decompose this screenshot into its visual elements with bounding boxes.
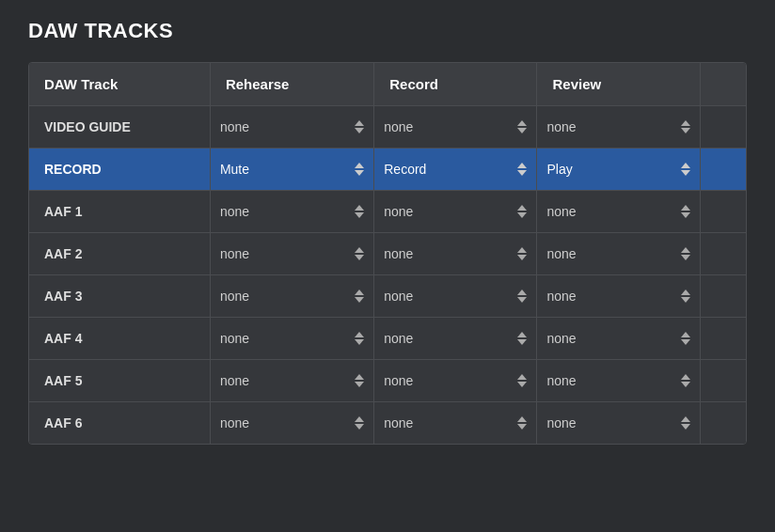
arrow-down-icon[interactable] — [681, 382, 690, 387]
record-spinner[interactable] — [517, 332, 527, 345]
arrow-down-icon[interactable] — [681, 297, 690, 303]
arrow-down-icon[interactable] — [355, 339, 364, 345]
record-cell[interactable]: none — [374, 275, 537, 318]
rehearse-spinner[interactable] — [355, 205, 364, 218]
arrow-down-icon[interactable] — [681, 212, 690, 218]
review-cell[interactable]: none — [537, 360, 700, 402]
record-cell[interactable]: none — [374, 233, 537, 275]
arrow-down-icon[interactable] — [355, 255, 364, 260]
rehearse-spinner[interactable] — [355, 120, 364, 133]
arrow-down-icon[interactable] — [355, 297, 364, 303]
record-spinner[interactable] — [517, 289, 527, 303]
arrow-down-icon[interactable] — [355, 424, 364, 430]
record-spinner[interactable] — [517, 416, 527, 430]
arrow-up-icon[interactable] — [355, 163, 364, 168]
arrow-up-icon[interactable] — [517, 205, 527, 211]
arrow-up-icon[interactable] — [517, 247, 527, 253]
rehearse-cell[interactable]: none — [210, 191, 373, 233]
arrow-up-icon[interactable] — [355, 247, 364, 253]
rehearse-cell[interactable]: none — [210, 360, 373, 402]
table-row[interactable]: AAF 5nonenonenone — [29, 360, 746, 402]
rehearse-cell[interactable]: none — [210, 402, 373, 445]
arrow-up-icon[interactable] — [517, 416, 527, 422]
record-cell[interactable]: none — [374, 318, 537, 360]
arrow-down-icon[interactable] — [517, 255, 527, 260]
rehearse-spinner[interactable] — [355, 416, 364, 430]
rehearse-spinner[interactable] — [355, 163, 364, 176]
arrow-up-icon[interactable] — [517, 374, 527, 380]
review-spinner[interactable] — [681, 205, 690, 218]
arrow-up-icon[interactable] — [681, 289, 690, 295]
arrow-up-icon[interactable] — [681, 374, 690, 380]
arrow-up-icon[interactable] — [681, 163, 690, 168]
arrow-up-icon[interactable] — [681, 416, 690, 422]
arrow-down-icon[interactable] — [517, 128, 527, 133]
arrow-up-icon[interactable] — [517, 120, 527, 126]
table-row[interactable]: AAF 3nonenonenone — [29, 275, 746, 318]
arrow-up-icon[interactable] — [517, 332, 527, 337]
rehearse-cell[interactable]: none — [210, 318, 373, 360]
arrow-up-icon[interactable] — [517, 289, 527, 295]
review-spinner[interactable] — [681, 332, 690, 345]
arrow-up-icon[interactable] — [681, 332, 690, 337]
arrow-up-icon[interactable] — [681, 120, 690, 126]
table-row[interactable]: RECORDMuteRecordPlay — [29, 149, 746, 191]
table-row[interactable]: AAF 2nonenonenone — [29, 233, 746, 275]
arrow-up-icon[interactable] — [355, 289, 364, 295]
review-cell[interactable]: none — [537, 106, 700, 149]
table-row[interactable]: AAF 4nonenonenone — [29, 318, 746, 360]
arrow-down-icon[interactable] — [355, 212, 364, 218]
rehearse-spinner[interactable] — [355, 374, 364, 387]
arrow-down-icon[interactable] — [355, 382, 364, 387]
arrow-up-icon[interactable] — [355, 416, 364, 422]
review-cell[interactable]: none — [537, 318, 700, 360]
arrow-down-icon[interactable] — [355, 170, 364, 176]
review-cell[interactable]: none — [537, 233, 700, 275]
arrow-down-icon[interactable] — [517, 424, 527, 430]
rehearse-spinner[interactable] — [355, 332, 364, 345]
rehearse-cell[interactable]: none — [210, 275, 373, 318]
arrow-down-icon[interactable] — [681, 255, 690, 260]
arrow-down-icon[interactable] — [681, 424, 690, 430]
arrow-up-icon[interactable] — [355, 374, 364, 380]
review-cell[interactable]: Play — [537, 149, 700, 191]
arrow-down-icon[interactable] — [517, 297, 527, 303]
review-spinner[interactable] — [681, 289, 690, 303]
arrow-up-icon[interactable] — [355, 332, 364, 337]
arrow-down-icon[interactable] — [517, 339, 527, 345]
record-spinner[interactable] — [517, 163, 527, 176]
arrow-down-icon[interactable] — [681, 339, 690, 345]
review-spinner[interactable] — [681, 247, 690, 260]
arrow-up-icon[interactable] — [355, 120, 364, 126]
arrow-up-icon[interactable] — [681, 205, 690, 211]
review-spinner[interactable] — [681, 416, 690, 430]
table-row[interactable]: AAF 1nonenonenone — [29, 191, 746, 233]
arrow-down-icon[interactable] — [517, 212, 527, 218]
review-cell[interactable]: none — [537, 402, 700, 445]
rehearse-cell[interactable]: none — [210, 233, 373, 275]
rehearse-spinner[interactable] — [355, 247, 364, 260]
record-cell[interactable]: none — [374, 402, 537, 445]
record-cell[interactable]: none — [374, 191, 537, 233]
record-spinner[interactable] — [517, 120, 527, 133]
review-spinner[interactable] — [681, 163, 690, 176]
table-row[interactable]: AAF 6nonenonenone — [29, 402, 746, 445]
record-spinner[interactable] — [517, 205, 527, 218]
record-cell[interactable]: Record — [374, 149, 537, 191]
record-cell[interactable]: none — [374, 106, 537, 149]
review-spinner[interactable] — [681, 374, 690, 387]
arrow-down-icon[interactable] — [681, 170, 690, 176]
arrow-down-icon[interactable] — [517, 382, 527, 387]
record-spinner[interactable] — [517, 374, 527, 387]
review-cell[interactable]: none — [537, 275, 700, 318]
rehearse-spinner[interactable] — [355, 289, 364, 303]
record-spinner[interactable] — [517, 247, 527, 260]
arrow-up-icon[interactable] — [355, 205, 364, 211]
arrow-down-icon[interactable] — [681, 128, 690, 133]
record-cell[interactable]: none — [374, 360, 537, 402]
review-spinner[interactable] — [681, 120, 690, 133]
arrow-up-icon[interactable] — [681, 247, 690, 253]
arrow-down-icon[interactable] — [355, 128, 364, 133]
table-row[interactable]: VIDEO GUIDEnonenonenone — [29, 106, 746, 149]
review-cell[interactable]: none — [537, 191, 700, 233]
